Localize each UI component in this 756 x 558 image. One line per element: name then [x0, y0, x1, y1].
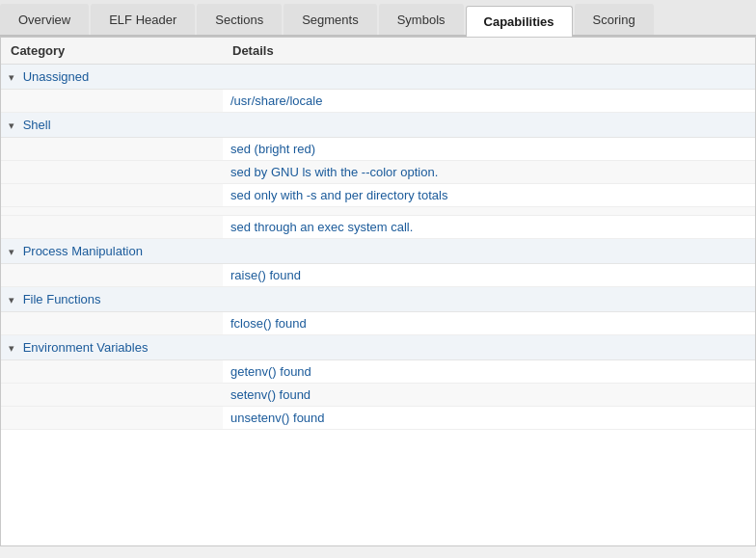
tab-symbols[interactable]: Symbols — [379, 4, 464, 35]
detail-row: sed by GNU ls with the --color option. — [1, 161, 755, 184]
detail-row: setenv() found — [1, 384, 755, 407]
empty-cell — [1, 360, 223, 384]
empty-cell — [1, 161, 223, 184]
detail-cell: setenv() found — [223, 384, 755, 407]
empty-cell — [1, 90, 223, 113]
detail-cell: sed (bright red) — [223, 138, 755, 161]
detail-cell: /usr/share/locale — [223, 90, 755, 113]
detail-cell: unsetenv() found — [223, 407, 755, 430]
col1-header: Category — [1, 38, 223, 65]
table-header-row: Category Details — [1, 38, 755, 65]
detail-row: unsetenv() found — [1, 407, 755, 430]
detail-row: sed (bright red) — [1, 138, 755, 161]
detail-row: sed through an exec system call. — [1, 216, 755, 239]
detail-cell: sed by GNU ls with the --color option. — [223, 161, 755, 184]
category-row-environment-variables[interactable]: ▾ Environment Variables — [1, 335, 755, 360]
category-label-file-functions: ▾ File Functions — [1, 287, 755, 312]
chevron-icon: ▾ — [9, 120, 14, 132]
category-row-shell[interactable]: ▾ Shell — [1, 113, 755, 138]
chevron-icon: ▾ — [9, 71, 14, 84]
category-row-file-functions[interactable]: ▾ File Functions — [1, 287, 755, 312]
tab-sections[interactable]: Sections — [197, 4, 282, 35]
empty-cell — [1, 312, 223, 335]
tab-bar: OverviewELF HeaderSectionsSegmentsSymbol… — [0, 0, 756, 37]
category-label-shell: ▾ Shell — [1, 113, 755, 138]
detail-cell: raise() found — [223, 264, 755, 287]
category-label-unassigned: ▾ Unassigned — [1, 65, 755, 90]
chevron-icon: ▾ — [9, 342, 14, 355]
chevron-icon: ▾ — [9, 246, 14, 258]
detail-row: /usr/share/locale — [1, 90, 755, 113]
detail-row: sed only with -s and per directory total… — [1, 184, 755, 207]
tab-segments[interactable]: Segments — [284, 4, 377, 35]
detail-row: raise() found — [1, 264, 755, 287]
detail-cell: sed through an exec system call. — [223, 216, 755, 239]
empty-cell — [1, 264, 223, 287]
chevron-icon: ▾ — [9, 294, 14, 306]
col2-header: Details — [223, 38, 755, 65]
detail-row — [1, 207, 755, 216]
detail-cell — [223, 207, 755, 216]
category-row-unassigned[interactable]: ▾ Unassigned — [1, 65, 755, 90]
category-label-process-manipulation: ▾ Process Manipulation — [1, 239, 755, 264]
detail-cell: fclose() found — [223, 312, 755, 335]
empty-cell — [1, 207, 223, 216]
category-label-environment-variables: ▾ Environment Variables — [1, 335, 755, 360]
tab-overview[interactable]: Overview — [0, 4, 89, 35]
tab-scoring[interactable]: Scoring — [575, 4, 654, 35]
empty-cell — [1, 216, 223, 239]
capabilities-table: Category Details ▾ Unassigned /usr/share… — [1, 38, 755, 430]
empty-cell — [1, 138, 223, 161]
empty-cell — [1, 384, 223, 407]
detail-cell: getenv() found — [223, 360, 755, 384]
category-row-process-manipulation[interactable]: ▾ Process Manipulation — [1, 239, 755, 264]
empty-cell — [1, 184, 223, 207]
detail-cell: sed only with -s and per directory total… — [223, 184, 755, 207]
tab-elf-header[interactable]: ELF Header — [91, 4, 195, 35]
detail-row: getenv() found — [1, 360, 755, 384]
empty-cell — [1, 407, 223, 430]
tab-capabilities[interactable]: Capabilities — [466, 6, 573, 37]
content-area: Category Details ▾ Unassigned /usr/share… — [0, 37, 756, 546]
detail-row: fclose() found — [1, 312, 755, 335]
